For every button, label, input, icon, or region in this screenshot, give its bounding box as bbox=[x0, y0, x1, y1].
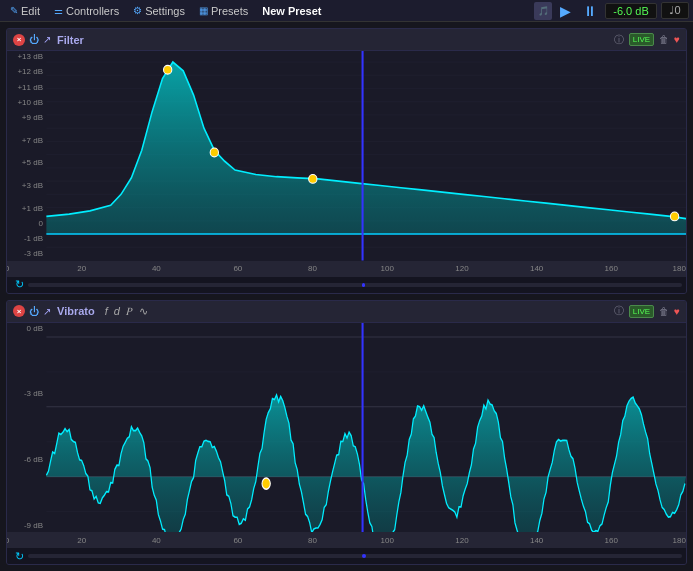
svg-point-17 bbox=[309, 174, 317, 183]
filter-bottom-bar: ↻ bbox=[7, 277, 686, 293]
x-label-20: 20 bbox=[77, 264, 86, 273]
vibrato-freq-icon[interactable]: f bbox=[105, 305, 108, 317]
edit-label: Edit bbox=[21, 5, 40, 17]
filter-header-right: ⓘ LIVE 🗑 ♥ bbox=[614, 33, 680, 47]
menu-presets[interactable]: ▦ Presets bbox=[193, 3, 254, 19]
filter-panel: × ⏻ ↗ Filter ⓘ LIVE 🗑 ♥ +13 dB +12 dB +1… bbox=[6, 28, 687, 294]
svg-point-15 bbox=[164, 65, 172, 74]
filter-close-button[interactable]: × bbox=[13, 34, 25, 46]
settings-icon: ⚙ bbox=[133, 5, 142, 16]
vx-label-100: 100 bbox=[381, 536, 394, 545]
vibrato-live-badge: LIVE bbox=[629, 305, 654, 318]
filter-panel-header: × ⏻ ↗ Filter ⓘ LIVE 🗑 ♥ bbox=[7, 29, 686, 51]
x-label-180: 180 bbox=[673, 264, 686, 273]
vx-label-60: 60 bbox=[233, 536, 242, 545]
vibrato-panel: × ⏻ ↗ Vibrato f d 𝑃 ∿ ⓘ LIVE 🗑 ♥ 0 dB bbox=[6, 300, 687, 566]
filter-info-icon[interactable]: ⓘ bbox=[614, 33, 624, 47]
x-label-140: 140 bbox=[530, 264, 543, 273]
x-label-60: 60 bbox=[233, 264, 242, 273]
filter-power-button[interactable]: ⏻ bbox=[29, 34, 39, 45]
vx-label-180: 180 bbox=[673, 536, 686, 545]
vibrato-loop-icon[interactable]: ↻ bbox=[15, 550, 24, 563]
controllers-icon: ⚌ bbox=[54, 5, 63, 16]
vx-label-80: 80 bbox=[308, 536, 317, 545]
filter-visualization[interactable]: +13 dB +12 dB +11 dB +10 dB +9 dB +7 dB … bbox=[7, 51, 686, 261]
x-label-100: 100 bbox=[381, 264, 394, 273]
vibrato-phase-icon[interactable]: 𝑃 bbox=[126, 305, 133, 318]
vibrato-title-icon: ↗ bbox=[43, 306, 51, 317]
preset-name: New Preset bbox=[256, 3, 327, 19]
vx-label-160: 160 bbox=[605, 536, 618, 545]
vibrato-depth-icon[interactable]: d bbox=[114, 305, 120, 317]
midi-icon: 🎵 bbox=[534, 2, 552, 20]
svg-point-18 bbox=[670, 212, 678, 221]
vx-label-20: 20 bbox=[77, 536, 86, 545]
menu-edit[interactable]: ✎ Edit bbox=[4, 3, 46, 19]
svg-point-16 bbox=[210, 148, 218, 157]
vibrato-wave-icon[interactable]: ∿ bbox=[139, 305, 148, 318]
filter-title-icon: ↗ bbox=[43, 34, 51, 45]
vibrato-bottom-bar: ↻ bbox=[7, 548, 686, 564]
pause-button[interactable]: ⏸ bbox=[579, 3, 601, 19]
vibrato-mode-icons: f d 𝑃 ∿ bbox=[105, 305, 148, 318]
vibrato-visualization[interactable]: 0 dB -3 dB -6 dB -9 dB bbox=[7, 323, 686, 533]
svg-point-28 bbox=[262, 478, 270, 489]
filter-heart-icon[interactable]: ♥ bbox=[674, 34, 680, 45]
x-label-0: 0 bbox=[6, 264, 9, 273]
vx-label-40: 40 bbox=[152, 536, 161, 545]
vibrato-close-button[interactable]: × bbox=[13, 305, 25, 317]
vx-label-140: 140 bbox=[530, 536, 543, 545]
vibrato-power-button[interactable]: ⏻ bbox=[29, 306, 39, 317]
menu-bar-right: 🎵 ▶ ⏸ -6.0 dB ♩0 bbox=[534, 2, 689, 20]
vx-label-120: 120 bbox=[455, 536, 468, 545]
vibrato-wave-svg bbox=[7, 323, 686, 533]
presets-label: Presets bbox=[211, 5, 248, 17]
vibrato-header-right: ⓘ LIVE 🗑 ♥ bbox=[614, 304, 680, 318]
vibrato-title: Vibrato bbox=[57, 305, 95, 317]
controllers-label: Controllers bbox=[66, 5, 119, 17]
x-label-120: 120 bbox=[455, 264, 468, 273]
filter-x-axis: 0 20 40 60 80 100 120 140 160 180 bbox=[7, 261, 686, 277]
vibrato-x-axis: 0 20 40 60 80 100 120 140 160 180 bbox=[7, 532, 686, 548]
vibrato-trash-icon[interactable]: 🗑 bbox=[659, 306, 669, 317]
play-button[interactable]: ▶ bbox=[556, 3, 575, 19]
note-display[interactable]: ♩0 bbox=[661, 2, 689, 19]
vibrato-info-icon[interactable]: ⓘ bbox=[614, 304, 624, 318]
edit-icon: ✎ bbox=[10, 5, 18, 16]
settings-label: Settings bbox=[145, 5, 185, 17]
vibrato-heart-icon[interactable]: ♥ bbox=[674, 306, 680, 317]
vibrato-panel-header: × ⏻ ↗ Vibrato f d 𝑃 ∿ ⓘ LIVE 🗑 ♥ bbox=[7, 301, 686, 323]
vx-label-0: 0 bbox=[6, 536, 9, 545]
menu-bar: ✎ Edit ⚌ Controllers ⚙ Settings ▦ Preset… bbox=[0, 0, 693, 22]
x-label-160: 160 bbox=[605, 264, 618, 273]
x-label-40: 40 bbox=[152, 264, 161, 273]
filter-loop-icon[interactable]: ↻ bbox=[15, 278, 24, 291]
menu-controllers[interactable]: ⚌ Controllers bbox=[48, 3, 125, 19]
filter-trash-icon[interactable]: 🗑 bbox=[659, 34, 669, 45]
menu-settings[interactable]: ⚙ Settings bbox=[127, 3, 191, 19]
presets-icon: ▦ bbox=[199, 5, 208, 16]
main-content: × ⏻ ↗ Filter ⓘ LIVE 🗑 ♥ +13 dB +12 dB +1… bbox=[0, 22, 693, 571]
filter-title: Filter bbox=[57, 34, 84, 46]
volume-display[interactable]: -6.0 dB bbox=[605, 3, 657, 19]
filter-curve-svg bbox=[7, 51, 686, 261]
filter-live-badge: LIVE bbox=[629, 33, 654, 46]
x-label-80: 80 bbox=[308, 264, 317, 273]
